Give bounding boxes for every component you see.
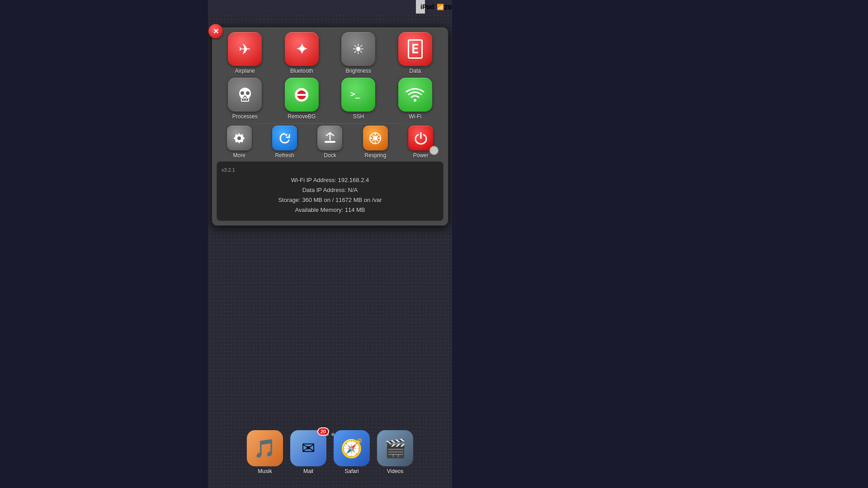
info-panel: v3.2.1 Wi-Fi IP Address: 192.168.2.4 Dat…	[217, 161, 443, 221]
data-ip-line: Data IP Address: N/A	[222, 185, 439, 195]
status-left: iPod 📶	[420, 3, 444, 10]
toggle-bluetooth[interactable]: ✦ Bluetooth	[285, 32, 319, 74]
wifi-icon-bg	[398, 78, 432, 112]
wifi-label: Wi-Fi	[409, 113, 421, 120]
dock-icon-bg	[317, 126, 342, 150]
power-icon	[414, 131, 428, 145]
brightness-icon: ☀	[352, 41, 365, 58]
more-icon-bg	[227, 126, 252, 150]
toggle-data[interactable]: E Data	[398, 32, 432, 74]
toggle-airplane[interactable]: ✈ Airplane	[228, 32, 262, 74]
removebg-label: RemoveBG	[288, 113, 316, 120]
toggle-row-1: ✈ Airplane ✦ Bluetooth ☀ Brightness	[217, 32, 443, 74]
app-dock: 🎵 Musik ✉ 20 Mail 🧭 Safari 🎬	[208, 426, 452, 479]
dock-icon	[323, 131, 337, 145]
safari-icon: 🧭	[334, 430, 370, 466]
toggle-wifi[interactable]: Wi-Fi	[398, 78, 432, 120]
sbsettings-panel: ✕ ✈ Airplane ✦ Bluetooth	[212, 27, 448, 226]
status-bar: iPod 📶 20:38 ✉ -4° ☁ 100% 🔋	[416, 0, 425, 14]
action-respring[interactable]: Respring	[363, 126, 388, 159]
svg-rect-9	[297, 94, 306, 96]
toggle-row-2: Processes RemoveBG >_	[217, 78, 443, 120]
dock-app-safari[interactable]: 🧭 Safari	[334, 430, 370, 474]
close-button[interactable]: ✕	[208, 24, 223, 38]
svg-rect-6	[246, 99, 248, 101]
dock-app-musik[interactable]: 🎵 Musik	[247, 430, 283, 474]
toggle-processes[interactable]: Processes	[228, 78, 262, 120]
skull-icon	[236, 86, 254, 104]
action-dock[interactable]: Dock	[317, 126, 342, 159]
ios-content-area: ✕ ✈ Airplane ✦ Bluetooth	[208, 14, 452, 488]
safari-label: Safari	[344, 468, 359, 474]
data-icon-bg: E	[398, 32, 432, 66]
data-label: Data	[410, 68, 421, 74]
musik-label: Musik	[258, 468, 272, 474]
respring-label: Respring	[364, 152, 386, 159]
airplane-icon: ✈	[239, 41, 251, 58]
ssh-icon-bg: >_	[341, 78, 375, 112]
brightness-label: Brightness	[345, 68, 371, 74]
refresh-icon	[278, 131, 292, 145]
action-power[interactable]: Power	[408, 126, 433, 159]
dock-app-videos[interactable]: 🎬 Videos	[377, 430, 413, 474]
action-more[interactable]: More	[227, 126, 252, 159]
airplane-label: Airplane	[235, 68, 255, 74]
refresh-label: Refresh	[275, 152, 294, 159]
toggle-removebg[interactable]: RemoveBG	[285, 78, 319, 120]
divider	[217, 123, 443, 124]
action-row: More Refresh	[217, 126, 443, 159]
svg-point-2	[241, 91, 244, 95]
removebg-icon	[292, 86, 311, 104]
bluetooth-label: Bluetooth	[290, 68, 313, 74]
data-icon: E	[408, 39, 423, 59]
removebg-icon-bg	[285, 78, 319, 112]
processes-icon-bg	[228, 78, 262, 112]
svg-rect-4	[242, 99, 244, 101]
action-refresh[interactable]: Refresh	[272, 126, 297, 159]
dock-app-mail[interactable]: ✉ 20 Mail	[290, 430, 326, 474]
wifi-signal-icon: 📶	[437, 4, 444, 10]
gear-icon	[232, 131, 246, 145]
svg-rect-14	[325, 141, 335, 143]
toggle-brightness[interactable]: ☀ Brightness	[341, 32, 375, 74]
mail-badge: 20	[317, 427, 329, 436]
ssh-icon: >_	[349, 85, 368, 105]
storage-line: Storage: 360 MB on / 11672 MB on /var	[222, 195, 439, 205]
respring-icon	[368, 131, 382, 145]
power-icon-bg	[408, 126, 433, 150]
dock-label: Dock	[324, 152, 336, 159]
bluetooth-icon-bg: ✦	[285, 32, 319, 66]
svg-point-11	[414, 99, 416, 102]
videos-label: Videos	[387, 468, 403, 474]
more-label: More	[233, 152, 245, 159]
refresh-icon-bg	[272, 126, 297, 150]
ios-frame: iPod 📶 20:38 ✉ -4° ☁ 100% 🔋 ✕	[208, 0, 452, 488]
svg-text:>_: >_	[350, 89, 360, 99]
bluetooth-icon: ✦	[296, 41, 308, 58]
mail-label: Mail	[303, 468, 313, 474]
status-time: 20:38	[444, 3, 452, 11]
processes-label: Processes	[232, 113, 258, 120]
close-icon: ✕	[213, 27, 219, 36]
wifi-ip-line: Wi-Fi IP Address: 192.168.2.4	[222, 175, 439, 185]
svg-point-3	[246, 91, 250, 95]
respring-icon-bg	[363, 126, 388, 150]
memory-line: Available Memory: 114 MB	[222, 205, 439, 215]
svg-point-13	[237, 136, 241, 140]
power-label: Power	[413, 152, 429, 159]
brightness-icon-bg: ☀	[341, 32, 375, 66]
airplane-icon-bg: ✈	[228, 32, 262, 66]
ssh-label: SSH	[353, 113, 364, 120]
svg-rect-5	[244, 99, 246, 101]
version-badge: v3.2.1	[222, 167, 439, 173]
device-label: iPod	[420, 3, 434, 10]
toggle-ssh[interactable]: >_ SSH	[341, 78, 375, 120]
mail-icon: ✉ 20	[290, 430, 326, 466]
wifi-icon	[405, 85, 425, 105]
musik-icon: 🎵	[247, 430, 283, 466]
videos-icon: 🎬	[377, 430, 413, 466]
